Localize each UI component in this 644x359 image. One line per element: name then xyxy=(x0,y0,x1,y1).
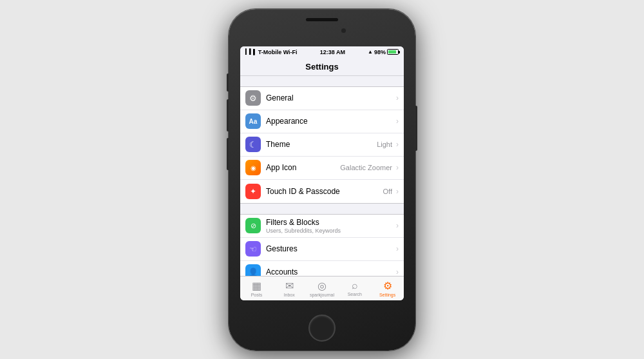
appearance-content: Appearance xyxy=(266,117,395,126)
theme-value: Light xyxy=(377,141,392,148)
settings-scroll[interactable]: ⚙ General › Aa Appearance › xyxy=(240,76,404,276)
battery-nub xyxy=(399,51,400,53)
filters-icon: ⊘ xyxy=(245,218,261,233)
nav-title: Settings xyxy=(240,58,404,76)
filters-title: Filters & Blocks xyxy=(266,218,395,227)
settings-tab-icon: ⚙ xyxy=(383,280,392,292)
tab-search[interactable]: ⌕ Search xyxy=(338,277,371,300)
accounts-title: Accounts xyxy=(266,267,395,276)
settings-row-app-icon[interactable]: ◉ App Icon Galactic Zoomer › xyxy=(240,157,404,180)
general-chevron: › xyxy=(396,93,399,102)
posts-icon: ▦ xyxy=(252,280,261,292)
settings-row-filters[interactable]: ⊘ Filters & Blocks Users, Subreddits, Ke… xyxy=(240,215,404,238)
camera xyxy=(341,28,346,33)
status-bar: ▎▍▌ T-Mobile Wi-Fi 12:38 AM ▲ 98% xyxy=(240,46,404,58)
phone-body: ▎▍▌ T-Mobile Wi-Fi 12:38 AM ▲ 98% Settin… xyxy=(229,9,415,351)
battery-icon xyxy=(387,49,399,55)
posts-label: Posts xyxy=(251,293,263,297)
inbox-label: Inbox xyxy=(284,293,295,297)
tab-inbox[interactable]: ✉ Inbox xyxy=(273,277,306,300)
appearance-chevron: › xyxy=(396,117,399,126)
phone-top xyxy=(240,18,404,45)
status-right: ▲ 98% xyxy=(368,49,399,55)
accounts-chevron: › xyxy=(396,267,399,276)
appearance-title: Appearance xyxy=(266,117,395,126)
app-icon-content: App Icon xyxy=(266,163,340,172)
touch-id-icon: ✦ xyxy=(245,184,261,199)
gestures-chevron: › xyxy=(396,244,399,253)
settings-row-touch-id[interactable]: ✦ Touch ID & Passcode Off › xyxy=(240,180,404,203)
volume-down-button[interactable] xyxy=(227,138,229,170)
theme-title: Theme xyxy=(266,140,377,149)
theme-chevron: › xyxy=(396,140,399,149)
tab-sparkjournal[interactable]: ◎ sparkjournal xyxy=(306,277,339,300)
phone: ▎▍▌ T-Mobile Wi-Fi 12:38 AM ▲ 98% Settin… xyxy=(229,9,415,351)
tab-posts[interactable]: ▦ Posts xyxy=(240,277,273,300)
touch-id-content: Touch ID & Passcode xyxy=(266,187,383,196)
accounts-icon: 👤 xyxy=(245,264,261,276)
settings-row-gestures[interactable]: ☜ Gestures › xyxy=(240,238,404,261)
filters-group: ⊘ Filters & Blocks Users, Subreddits, Ke… xyxy=(240,214,404,276)
battery-fill xyxy=(388,50,396,53)
appearance-icon: Aa xyxy=(245,113,261,129)
sparkjournal-label: sparkjournal xyxy=(310,293,334,297)
mute-button[interactable] xyxy=(227,73,229,92)
accounts-content: Accounts xyxy=(266,267,395,276)
speaker xyxy=(306,18,338,21)
signal-bars: ▎▍▌ xyxy=(245,49,257,55)
status-left: ▎▍▌ T-Mobile Wi-Fi xyxy=(245,49,298,55)
touch-id-title: Touch ID & Passcode xyxy=(266,187,383,196)
app-icon-title: App Icon xyxy=(266,163,340,172)
location-icon: ▲ xyxy=(368,49,373,55)
general-group: ⚙ General › Aa Appearance › xyxy=(240,86,404,204)
power-button[interactable] xyxy=(415,106,417,151)
sparkjournal-icon: ◎ xyxy=(317,280,327,292)
filters-chevron: › xyxy=(396,221,399,230)
general-title: General xyxy=(266,93,395,102)
section-gap-2 xyxy=(240,204,404,214)
filters-content: Filters & Blocks Users, Subreddits, Keyw… xyxy=(266,218,395,234)
status-time: 12:38 AM xyxy=(320,49,345,55)
phone-screen: ▎▍▌ T-Mobile Wi-Fi 12:38 AM ▲ 98% Settin… xyxy=(240,46,404,300)
search-icon: ⌕ xyxy=(352,280,358,291)
app-icon-value: Galactic Zoomer xyxy=(340,164,392,171)
home-button[interactable] xyxy=(308,315,336,342)
app-icon-icon: ◉ xyxy=(245,160,261,175)
tab-bar: ▦ Posts ✉ Inbox ◎ sparkjournal ⌕ Search … xyxy=(240,276,404,300)
settings-row-theme[interactable]: ☾ Theme Light › xyxy=(240,133,404,157)
volume-up-button[interactable] xyxy=(227,99,229,131)
theme-content: Theme xyxy=(266,140,377,149)
battery-percent: 98% xyxy=(374,49,386,55)
gestures-title: Gestures xyxy=(266,244,395,253)
search-label: Search xyxy=(348,292,362,296)
settings-row-appearance[interactable]: Aa Appearance › xyxy=(240,110,404,133)
app-icon-chevron: › xyxy=(396,163,399,172)
filters-subtitle: Users, Subreddits, Keywords xyxy=(266,228,395,234)
general-content: General xyxy=(266,93,395,102)
touch-id-chevron: › xyxy=(396,187,399,196)
tab-settings[interactable]: ⚙ Settings xyxy=(371,277,404,300)
gestures-icon: ☜ xyxy=(245,241,261,257)
section-gap-1 xyxy=(240,76,404,86)
settings-tab-label: Settings xyxy=(379,293,395,297)
settings-row-general[interactable]: ⚙ General › xyxy=(240,87,404,110)
inbox-icon: ✉ xyxy=(285,280,294,292)
touch-id-value: Off xyxy=(383,188,392,195)
carrier-label: T-Mobile Wi-Fi xyxy=(258,49,298,55)
settings-row-accounts[interactable]: 👤 Accounts › xyxy=(240,261,404,276)
general-icon: ⚙ xyxy=(245,90,261,106)
gestures-content: Gestures xyxy=(266,244,395,253)
theme-icon: ☾ xyxy=(245,137,261,152)
